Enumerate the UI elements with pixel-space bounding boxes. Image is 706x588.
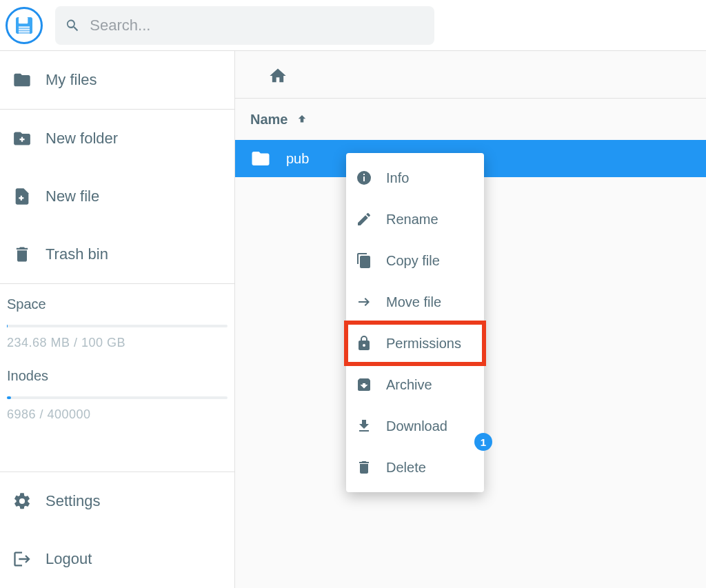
svg-rect-12 [363, 174, 365, 175]
ctx-info[interactable]: Info [346, 157, 484, 199]
folder-icon [12, 70, 32, 90]
space-section: Space 234.68 MB / 100 GB [0, 284, 234, 356]
sidebar-item-newfile[interactable]: New file [0, 168, 234, 225]
folder-plus-icon [12, 129, 32, 148]
search-field[interactable] [55, 6, 434, 45]
sidebar-item-label: New file [46, 187, 99, 205]
sidebar-bottom: Settings Logout [0, 472, 234, 588]
arrow-right-icon [356, 294, 372, 310]
sidebar-item-label: New folder [46, 130, 118, 148]
inodes-label: Inodes [7, 368, 228, 384]
sidebar-item-logout[interactable]: Logout [0, 530, 234, 588]
ctx-copy[interactable]: Copy file [346, 240, 484, 281]
svg-rect-3 [19, 28, 30, 29]
ctx-permissions[interactable]: Permissions [346, 323, 484, 364]
main-area: Name pub Info Rename Copy file Move file… [235, 51, 706, 588]
app-header [0, 0, 706, 51]
sidebar-item-label: Settings [46, 492, 101, 510]
col-header-label: Name [250, 112, 288, 128]
ctx-archive[interactable]: Archive [346, 364, 484, 405]
copy-icon [356, 252, 372, 269]
lock-icon [356, 335, 372, 352]
ctx-label: Permissions [386, 336, 461, 352]
svg-rect-4 [19, 30, 30, 31]
ctx-label: Copy file [386, 253, 440, 269]
search-icon [65, 17, 80, 34]
gear-icon [12, 491, 32, 511]
ctx-label: Rename [386, 212, 438, 227]
svg-rect-7 [20, 139, 25, 140]
ctx-delete[interactable]: Delete [346, 447, 484, 488]
space-value: 234.68 MB / 100 GB [7, 336, 228, 350]
download-icon [356, 418, 372, 434]
ctx-label: Download [386, 418, 447, 434]
arrow-up-icon [296, 113, 308, 125]
sidebar-item-label: Logout [46, 550, 92, 568]
ctx-label: Move file [386, 294, 441, 310]
logout-icon [12, 549, 32, 569]
column-header-name[interactable]: Name [235, 99, 706, 140]
app-logo[interactable] [6, 7, 43, 44]
home-icon [268, 66, 288, 85]
ctx-rename[interactable]: Rename [346, 199, 484, 240]
sidebar-item-label: My files [46, 71, 97, 89]
trash-icon [12, 245, 32, 264]
sidebar-item-trash[interactable]: Trash bin [0, 225, 234, 283]
svg-rect-1 [19, 17, 28, 23]
ctx-move[interactable]: Move file [346, 281, 484, 323]
context-menu: Info Rename Copy file Move file Permissi… [346, 153, 484, 492]
sidebar-item-newfolder[interactable]: New folder [0, 110, 234, 168]
archive-icon [356, 376, 372, 393]
sidebar: My files New folder New file Trash bin S… [0, 51, 235, 588]
search-input[interactable] [90, 17, 425, 34]
breadcrumb[interactable] [235, 59, 706, 92]
ctx-label: Archive [386, 377, 432, 393]
ctx-label: Delete [386, 460, 426, 476]
file-name: pub [286, 151, 309, 167]
ctx-download[interactable]: Download 1 [346, 405, 484, 447]
svg-rect-5 [19, 32, 30, 34]
sidebar-item-label: Trash bin [46, 245, 108, 263]
svg-rect-11 [363, 176, 365, 181]
inodes-bar [7, 396, 228, 399]
space-bar [7, 325, 228, 327]
pencil-icon [356, 211, 372, 227]
space-label: Space [7, 296, 228, 312]
trash-icon [356, 459, 372, 476]
file-plus-icon [12, 187, 32, 206]
svg-rect-9 [19, 197, 23, 199]
inodes-value: 6986 / 400000 [7, 407, 228, 422]
floppy-disk-icon [13, 14, 35, 37]
ctx-label: Info [386, 170, 409, 186]
inodes-section: Inodes 6986 / 400000 [0, 356, 234, 427]
info-icon [356, 170, 372, 186]
sidebar-item-settings[interactable]: Settings [0, 472, 234, 530]
folder-icon [250, 148, 271, 169]
sidebar-item-myfiles[interactable]: My files [0, 51, 234, 109]
